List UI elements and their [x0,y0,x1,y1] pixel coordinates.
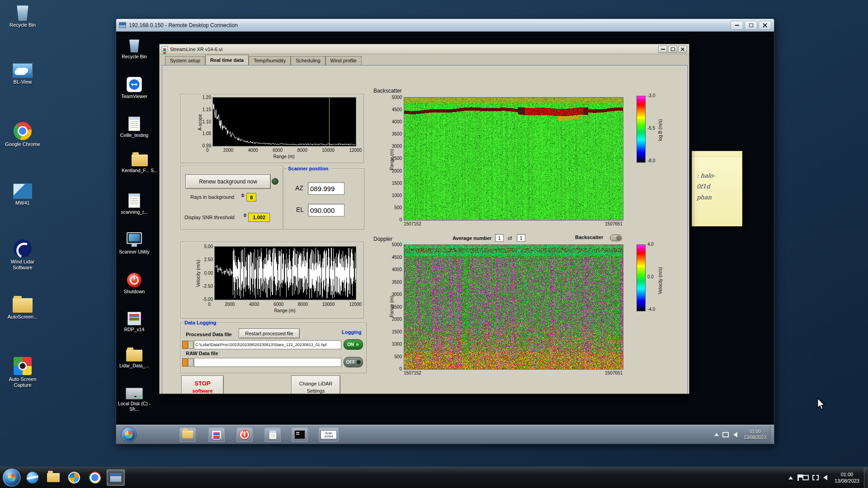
remote-icon-shutdown[interactable]: Shutdown [117,273,151,294]
app-titlebar[interactable]: StreamLine XR v14-6.vi [160,44,689,54]
restart-processed-file-button[interactable]: Restart processed file [239,328,300,338]
remote-icon-kentland[interactable]: Kentland_F... S... [117,155,162,173]
processed-path-field[interactable]: C:\Lidar\Data\Proc\2023\202308\20230813\… [194,340,341,349]
tab-scheduling[interactable]: Scheduling [291,56,325,65]
doppler-ytick: 500 [394,354,402,359]
taskbar-rdp-active[interactable] [107,469,125,486]
remote-tray-expand-icon[interactable] [714,433,719,436]
doppler-time-start: 1507152 [404,371,421,375]
desktop-icon-wind-lidar[interactable]: Wind Lidar Software [2,239,43,270]
remote-show-desktop-button[interactable] [770,425,774,444]
remote-icon-teamviewer[interactable]: TeamViewer [117,77,151,99]
show-desktop-button[interactable] [864,467,868,488]
remote-start-button[interactable] [122,427,136,442]
path-browse-icon[interactable] [188,341,193,349]
desktop-icon-recycle-bin[interactable]: Recycle Bin [2,4,43,28]
doppler-cb-tick: -4.0 [647,307,655,312]
el-value-field[interactable]: 090.000 [308,204,344,216]
remote-taskbar-document[interactable] [264,427,281,442]
tray-action-center-icon[interactable] [797,474,799,481]
tray-volume-icon[interactable] [823,475,827,480]
path-drive-icon[interactable] [182,358,188,366]
taskbar-explorer[interactable] [44,469,62,486]
app-close-button[interactable] [678,46,687,53]
ascope-xticks: 020004000600080001000012000 [206,148,362,153]
remote-icon-recycle-bin[interactable]: Recycle Bin [117,38,151,59]
chrome-icon [14,122,32,140]
desktop-icon-auto-screen-capture[interactable]: Auto Screen Capture [2,357,43,388]
doppler-colorbar [637,244,646,311]
remote-icon-rdp-v14[interactable]: RDP_v14 [117,312,151,332]
raw-logging-off-toggle[interactable]: OFF [344,357,363,367]
snr-value-field[interactable]: 1.002 [248,213,270,222]
remote-taskbar-scan-sched[interactable]: Scan sched [319,427,339,442]
backscatter-toggle-switch[interactable] [610,235,622,241]
desktop-icon-google-chrome[interactable]: Google Chrome [2,122,43,147]
taskbar-ie[interactable] [24,469,42,486]
tab-real-time-data[interactable]: Real time data [205,55,249,65]
backscatter-ytick: 4500 [392,107,402,112]
minimize-icon [661,49,665,50]
desktop-icon-mw41[interactable]: MW41 [2,183,43,206]
backscatter-cb-label: log B (m/s) [658,101,663,160]
tab-system-setup[interactable]: System setup [165,56,205,65]
remote-icon-cville-testing[interactable]: Cville_testing [117,117,151,138]
backscatter-ytick: 5000 [392,95,402,100]
folder-icon [47,473,60,482]
snr-threshold-label: Display SNR threshold [184,215,235,220]
logging-on-toggle[interactable]: ON [344,339,363,350]
el-label: EL [296,206,304,213]
app-minimize-button[interactable] [658,46,667,53]
host-clock-date: 13/08/2023 [835,478,859,484]
tab-wind-profile[interactable]: Wind profile [326,56,362,65]
average-number-field[interactable]: 1 [495,234,504,242]
rdp-titlebar[interactable]: 192.168.0.150 - Remote Desktop Connectio… [116,19,774,32]
tray-display-icon[interactable] [802,475,809,480]
tab-temp-humidity[interactable]: Temp/humidity [249,56,291,65]
app-maximize-button[interactable] [668,46,677,53]
remote-tray-volume-icon[interactable] [733,432,737,437]
backscatter-ytick: 1000 [392,193,402,198]
path-drive-icon[interactable] [182,341,188,349]
tray-network-icon[interactable] [812,475,819,480]
wind-lidar-icon [14,239,32,258]
rays-spinner[interactable] [241,193,245,197]
data-logging-title: Data Logging [183,320,217,325]
taskbar-chrome[interactable] [86,469,104,486]
remote-clock[interactable]: 01:00 13/08/2023 [744,429,766,441]
taskbar-media-player[interactable] [65,469,83,486]
stop-software-button[interactable]: STOP software [181,375,224,394]
az-value-field[interactable]: 089.999 [308,182,344,195]
start-button[interactable] [3,469,21,487]
processed-data-file-label: Processed Data file [186,332,232,337]
rays-value-field[interactable]: 8 [246,193,256,202]
raw-path-field[interactable] [194,358,341,367]
remote-taskbar-explorer[interactable] [179,427,196,442]
host-clock[interactable]: 01:00 13/08/2023 [835,471,859,484]
sticky-note[interactable]: : halo-0f1dphan [692,151,742,226]
desktop-icon-bl-view[interactable]: BL-View [2,63,43,85]
remote-taskbar-app[interactable] [208,427,225,442]
rdp-minimize-button[interactable] [731,21,743,30]
remote-icon-local-disk[interactable]: Local Disk (C) - Sh... [117,388,151,412]
remote-taskbar-shutdown[interactable] [236,427,253,442]
remote-icon-lidar-data[interactable]: Lidar_Data_... [117,350,151,368]
ascope-ytick: 1.20 [203,95,211,100]
rdp-maximize-button[interactable] [745,21,757,30]
renew-background-button[interactable]: Renew background now [185,174,271,189]
remote-taskbar-console[interactable] [292,427,308,442]
tray-expand-icon[interactable] [788,476,793,479]
remote-tray-monitor-icon[interactable] [722,432,729,437]
average-count-field[interactable]: 1 [517,234,525,242]
ascope-plot [212,97,356,146]
doppler-ylabel: Range (m) [389,288,394,324]
remote-icon-scanning-r[interactable]: scanning_r... [117,193,151,215]
desktop-icon-autoscreen[interactable]: AutoScreen... [2,298,43,320]
remote-icon-scanner-utility[interactable]: Scanner Utility [117,232,151,254]
mouse-cursor [816,398,826,410]
path-browse-icon[interactable] [188,358,193,366]
rdp-close-button[interactable] [759,21,771,30]
change-lidar-settings-button[interactable]: Change LiDAR Settings [291,375,340,394]
snr-spinner[interactable] [243,213,247,217]
velocity-ytick: 5.00 [204,244,213,249]
